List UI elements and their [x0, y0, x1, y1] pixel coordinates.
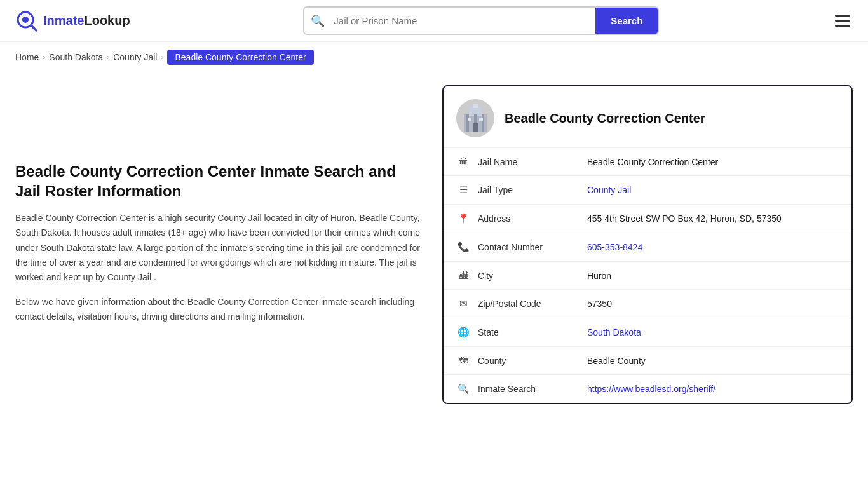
svg-rect-9: [473, 123, 478, 132]
row-label: City: [478, 271, 580, 281]
row-icon: 📞: [456, 241, 470, 253]
search-input[interactable]: [331, 9, 595, 32]
description-para-2: Below we have given information about th…: [15, 295, 422, 324]
row-label: Address: [478, 214, 580, 224]
row-label: Contact Number: [478, 242, 580, 252]
breadcrumb-sep-2: ›: [107, 53, 109, 62]
card-rows: 🏛Jail NameBeadle County Correction Cente…: [444, 148, 851, 403]
left-content: Beadle County Correction Center Inmate S…: [15, 85, 422, 404]
row-value[interactable]: https://www.beadlesd.org/sheriff/: [587, 384, 715, 394]
row-link[interactable]: 605-353-8424: [587, 242, 642, 252]
info-row: 🏛Jail NameBeadle County Correction Cente…: [444, 148, 851, 176]
info-row: 🔍Inmate Searchhttps://www.beadlesd.org/s…: [444, 375, 851, 403]
svg-rect-10: [468, 118, 471, 121]
info-row: ☰Jail TypeCounty Jail: [444, 176, 851, 205]
row-label: Zip/Postal Code: [478, 299, 580, 309]
svg-rect-6: [466, 114, 469, 132]
svg-rect-4: [469, 107, 482, 116]
breadcrumb-home[interactable]: Home: [15, 52, 39, 62]
row-icon: 🌐: [456, 327, 470, 338]
row-value[interactable]: 605-353-8424: [587, 242, 642, 252]
facility-image: [456, 99, 494, 137]
svg-line-2: [31, 25, 36, 30]
svg-point-1: [22, 17, 29, 23]
info-row: 🌐StateSouth Dakota: [444, 318, 851, 347]
site-header: InmateLookup 🔍 Search: [0, 0, 868, 42]
main-layout: Beadle County Correction Center Inmate S…: [0, 72, 868, 417]
logo-link[interactable]: InmateLookup: [15, 10, 130, 32]
building-icon: [459, 102, 492, 135]
info-row: 🏙CityHuron: [444, 262, 851, 290]
breadcrumb-state[interactable]: South Dakota: [49, 52, 103, 62]
logo-text: InmateLookup: [43, 13, 130, 28]
search-bar: 🔍 Search: [303, 6, 659, 35]
breadcrumb: Home › South Dakota › County Jail › Bead…: [0, 42, 868, 72]
info-row: 📍Address455 4th Street SW PO Box 42, Hur…: [444, 205, 851, 233]
breadcrumb-type[interactable]: County Jail: [113, 52, 157, 62]
breadcrumb-facility: Beadle County Correction Center: [167, 50, 313, 65]
row-label: Jail Name: [478, 157, 580, 167]
row-value: Beadle County Correction Center: [587, 157, 718, 167]
page-heading: Beadle County Correction Center Inmate S…: [15, 161, 422, 201]
row-label: Inmate Search: [478, 384, 580, 394]
breadcrumb-sep-3: ›: [161, 53, 163, 62]
svg-rect-11: [479, 118, 483, 121]
row-icon: 📍: [456, 213, 470, 224]
row-label: Jail Type: [478, 185, 580, 195]
row-label: County: [478, 356, 580, 366]
logo-icon: [15, 10, 38, 32]
breadcrumb-sep-1: ›: [43, 53, 45, 62]
row-link[interactable]: https://www.beadlesd.org/sheriff/: [587, 384, 715, 394]
info-card: Beadle County Correction Center 🏛Jail Na…: [442, 85, 853, 404]
svg-rect-5: [473, 104, 478, 108]
row-value: Beadle County: [587, 356, 646, 366]
description-para-1: Beadle County Correction Center is a hig…: [15, 211, 422, 284]
row-icon: 🔍: [456, 383, 470, 395]
row-value[interactable]: South Dakota: [587, 327, 641, 337]
row-icon: ✉: [456, 298, 470, 309]
info-row: ✉Zip/Postal Code57350: [444, 290, 851, 318]
row-value: 57350: [587, 299, 612, 309]
hamburger-menu[interactable]: [832, 12, 853, 29]
row-value: 455 4th Street SW PO Box 42, Huron, SD, …: [587, 214, 782, 224]
card-title: Beadle County Correction Center: [505, 111, 705, 126]
row-icon: 🏛: [456, 156, 470, 167]
row-value[interactable]: County Jail: [587, 185, 631, 195]
card-header: Beadle County Correction Center: [444, 86, 851, 148]
row-value: Huron: [587, 271, 611, 281]
row-icon: ☰: [456, 184, 470, 196]
row-label: State: [478, 327, 580, 337]
row-icon: 🗺: [456, 355, 470, 366]
search-icon: 🔍: [304, 14, 331, 28]
info-row: 📞Contact Number605-353-8424: [444, 233, 851, 262]
search-button[interactable]: Search: [595, 8, 658, 34]
svg-rect-8: [482, 114, 484, 132]
row-link[interactable]: County Jail: [587, 185, 631, 195]
info-row: 🗺CountyBeadle County: [444, 347, 851, 375]
row-link[interactable]: South Dakota: [587, 327, 641, 337]
row-icon: 🏙: [456, 270, 470, 281]
